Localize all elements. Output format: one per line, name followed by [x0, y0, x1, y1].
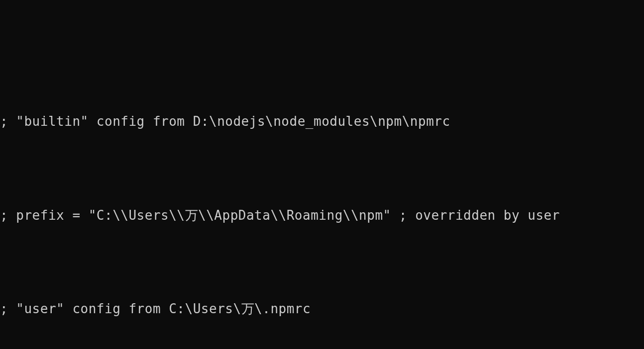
output-line: ; prefix = "C:\\Users\\万\\AppData\\Roami… [0, 206, 644, 225]
output-line: ; "user" config from C:\Users\万\.npmrc [0, 300, 644, 319]
output-line: ; "builtin" config from D:\nodejs\node_m… [0, 112, 644, 131]
terminal-output[interactable]: ; "builtin" config from D:\nodejs\node_m… [0, 75, 644, 349]
